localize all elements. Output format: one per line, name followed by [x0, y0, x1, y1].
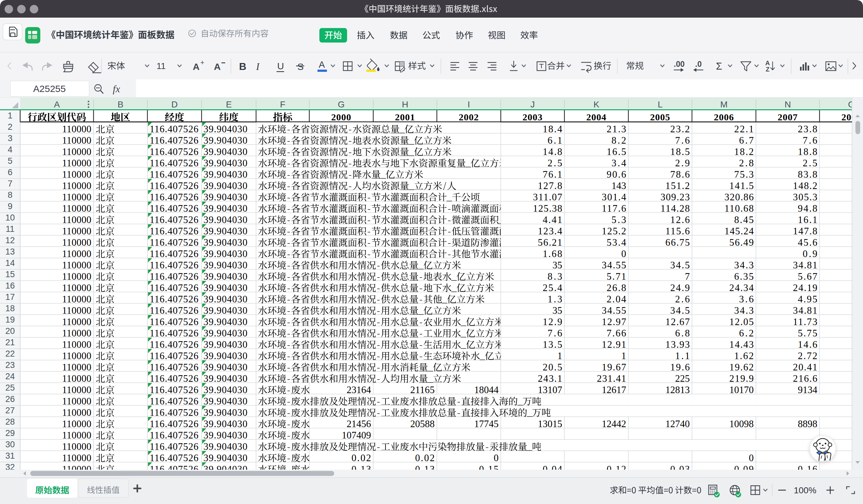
svg-text:34.3: 34.3: [734, 305, 754, 316]
svg-text:2006: 2006: [714, 112, 734, 122]
svg-text:Σ: Σ: [716, 61, 722, 72]
svg-text:116.407526: 116.407526: [150, 135, 198, 146]
svg-text:110000: 110000: [62, 146, 91, 157]
svg-text:2.8: 2.8: [739, 158, 754, 168]
svg-text:6.2: 6.2: [739, 328, 754, 339]
svg-text:4.41: 4.41: [543, 214, 562, 225]
svg-text:30: 30: [5, 440, 15, 449]
svg-text:6.8: 6.8: [675, 328, 690, 339]
svg-text:N: N: [785, 100, 791, 109]
svg-text:110000: 110000: [62, 271, 91, 282]
svg-text:L: L: [658, 100, 663, 109]
svg-text:12740: 12740: [665, 418, 690, 429]
svg-text:14.6: 14.6: [798, 339, 817, 350]
svg-text:116.407526: 116.407526: [150, 146, 198, 157]
svg-text:9134: 9134: [798, 384, 818, 395]
svg-text:110000: 110000: [62, 418, 91, 429]
svg-text:117.6: 117.6: [602, 203, 626, 214]
svg-text:25.4: 25.4: [543, 282, 563, 293]
svg-text:21165: 21165: [410, 384, 435, 395]
svg-text:12813: 12813: [665, 384, 690, 395]
svg-text:0: 0: [494, 452, 499, 463]
svg-text:4: 4: [8, 145, 12, 154]
svg-text:127.8: 127.8: [538, 180, 563, 191]
svg-text:15: 15: [5, 270, 15, 279]
svg-text:1: 1: [622, 350, 626, 361]
svg-text:151.2: 151.2: [665, 180, 690, 191]
svg-text:39.904030: 39.904030: [203, 293, 248, 305]
svg-text:320.86: 320.86: [724, 191, 754, 203]
svg-text:A: A: [54, 100, 60, 109]
svg-text:10: 10: [5, 213, 15, 223]
svg-text:G: G: [338, 100, 345, 109]
svg-text:13.93: 13.93: [665, 339, 690, 350]
svg-text:110000: 110000: [62, 169, 91, 180]
svg-text:2.72: 2.72: [798, 350, 817, 361]
svg-text:39.904030: 39.904030: [203, 418, 248, 429]
svg-text:301.4: 301.4: [602, 191, 626, 203]
svg-text:27: 27: [5, 406, 15, 415]
svg-text:18: 18: [5, 304, 15, 313]
svg-text:39.904030: 39.904030: [203, 373, 248, 384]
svg-text:18.5: 18.5: [670, 146, 690, 157]
svg-text:110000: 110000: [62, 407, 91, 418]
svg-text:24.34: 24.34: [729, 282, 754, 293]
svg-text:110000: 110000: [62, 214, 91, 225]
svg-text:66.75: 66.75: [665, 237, 690, 248]
svg-text:116.407526: 116.407526: [150, 452, 198, 463]
svg-text:110000: 110000: [62, 384, 91, 395]
svg-text:145.24: 145.24: [724, 226, 754, 237]
svg-text:39.904030: 39.904030: [203, 260, 248, 270]
svg-text:39.904030: 39.904030: [203, 362, 248, 373]
svg-text:116.407526: 116.407526: [150, 124, 198, 135]
svg-text:.00: .00: [674, 60, 685, 68]
svg-text:39.904030: 39.904030: [203, 430, 248, 441]
svg-text:10098: 10098: [729, 418, 754, 429]
svg-text:34.5: 34.5: [670, 305, 690, 316]
svg-text:S: S: [297, 61, 304, 72]
svg-text:116.407526: 116.407526: [150, 328, 198, 339]
svg-text:5.75: 5.75: [798, 328, 817, 339]
svg-text:116.407526: 116.407526: [150, 203, 198, 214]
svg-text:110000: 110000: [62, 452, 91, 463]
svg-text:39.904030: 39.904030: [203, 441, 248, 452]
svg-text:110000: 110000: [62, 328, 91, 339]
svg-text:5.67: 5.67: [798, 271, 817, 282]
svg-text:110000: 110000: [62, 248, 91, 259]
svg-text:5.71: 5.71: [606, 271, 626, 282]
svg-text:116.407526: 116.407526: [150, 214, 198, 225]
svg-text:12.9: 12.9: [543, 316, 562, 327]
svg-text:39.904030: 39.904030: [203, 180, 248, 191]
svg-text:12617: 12617: [602, 384, 626, 395]
svg-text:16.5: 16.5: [606, 146, 626, 157]
svg-text:23.2: 23.2: [670, 124, 690, 135]
svg-text:116.407526: 116.407526: [150, 226, 198, 237]
svg-text:9: 9: [8, 202, 12, 211]
svg-text:116.407526: 116.407526: [150, 237, 198, 248]
svg-text:78.6: 78.6: [670, 169, 690, 180]
svg-text:45.6: 45.6: [798, 237, 817, 248]
svg-text:110000: 110000: [62, 339, 91, 350]
svg-text:20.5: 20.5: [543, 362, 562, 373]
svg-text:116.407526: 116.407526: [150, 169, 198, 180]
svg-text:19: 19: [5, 315, 15, 325]
svg-text:14: 14: [5, 258, 15, 268]
svg-text:I: I: [468, 100, 470, 109]
svg-text:3: 3: [8, 134, 12, 143]
svg-text:2.5: 2.5: [803, 158, 818, 168]
svg-text:2.9: 2.9: [675, 158, 690, 168]
svg-text:A: A: [214, 61, 221, 72]
svg-text:21: 21: [5, 338, 15, 347]
svg-text:17745: 17745: [474, 418, 499, 429]
svg-text:A: A: [193, 61, 200, 72]
svg-text:20: 20: [5, 326, 15, 336]
svg-text:39.904030: 39.904030: [203, 203, 248, 214]
svg-text:141.5: 141.5: [729, 180, 754, 191]
svg-text:75.3: 75.3: [734, 169, 754, 180]
svg-text:fx: fx: [113, 83, 120, 94]
svg-text:1.1: 1.1: [675, 350, 690, 361]
svg-text:18.8: 18.8: [798, 146, 817, 157]
svg-text:39.904030: 39.904030: [203, 350, 248, 361]
svg-text:110000: 110000: [62, 135, 91, 146]
svg-text:305.3: 305.3: [793, 191, 818, 203]
